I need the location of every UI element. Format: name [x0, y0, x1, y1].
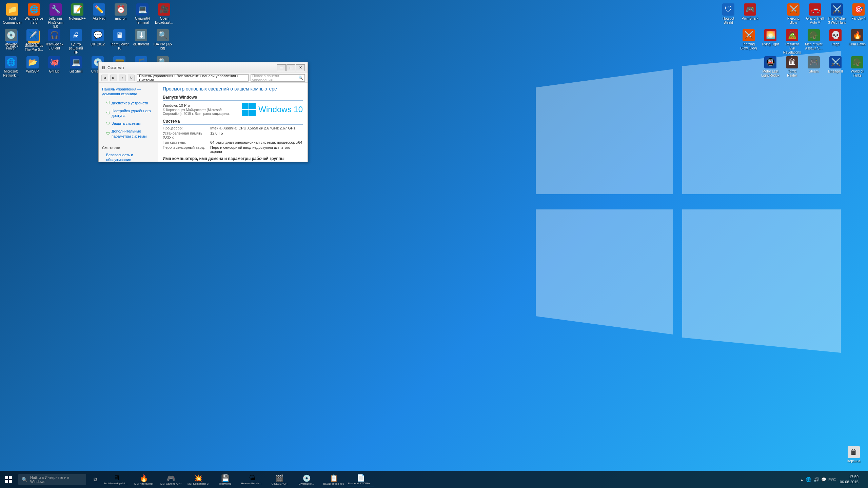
sidebar-security[interactable]: Безопасность и обслуживание	[99, 151, 158, 162]
taskbar-app-techpowerup[interactable]: 🖥 TechPowerUp GPU-Z	[103, 472, 130, 487]
icon-steam[interactable]: 🎮 Steam	[803, 54, 825, 79]
tray-message-icon[interactable]: 💬	[821, 477, 826, 482]
taskbar-app-crystaldisk[interactable]: 💿 CrystalDisk...	[293, 472, 320, 487]
icon-lineage2[interactable]: ⚔️ Lineage II	[825, 54, 846, 79]
icon-tomb-raider[interactable]: 🏛 Tomb Raider	[781, 54, 803, 79]
jetbrains-icon: 🔧	[50, 3, 62, 16]
icon-qip[interactable]: 💬 QIP 2012	[87, 27, 108, 56]
tray-expand-icon[interactable]: ▲	[800, 478, 804, 482]
steam-label: Steam	[809, 69, 819, 74]
task-view-button[interactable]: ⧉	[87, 472, 103, 487]
icon-github[interactable]: 🐙 GitHub	[43, 54, 65, 79]
breadcrumb[interactable]: Панель управления › Все элементы панели …	[137, 74, 249, 82]
piercing-blow-dev-label: Piercing Blow (Dev)	[739, 42, 758, 50]
show-desktop-button[interactable]	[863, 471, 865, 488]
icon-farcry4[interactable]: 🎯 Far Cry 4	[848, 1, 868, 28]
search-bar[interactable]: Поиск в панели управления 🔍	[251, 74, 305, 82]
icon-gta[interactable]: 🚗 Grand Theft Auto V	[804, 1, 826, 28]
window-sidebar: Панель управления — домашняя страница 🛡 …	[99, 83, 158, 162]
taskbar-app-msi-kombustor[interactable]: 💥 MSI Kombustor 3	[184, 472, 212, 487]
icon-cygwin[interactable]: 💻 Cygwin64 Terminal	[132, 1, 153, 28]
taskbar-search-placeholder: Найти в Интернете и в Windows	[30, 475, 83, 484]
hp-center-icon: 🖨	[70, 29, 82, 41]
windows-version-area: Windows 10 Pro © Корпорация Майкрософт (…	[163, 103, 303, 116]
icon-telegram[interactable]: ✈️ Telegram	[22, 27, 43, 56]
clock[interactable]: 17:59 06.08.2015	[837, 474, 861, 485]
taskbar-app-msi-afterburner[interactable]: 🔥 MSI Afterburner	[130, 472, 157, 487]
resident-evil-icon: 🧟	[786, 29, 798, 41]
lineage2-icon: ⚔️	[829, 56, 842, 68]
up-button[interactable]: ↑	[119, 75, 126, 81]
icon-piercing-blow[interactable]: ⚔️ Piercing Blow	[783, 1, 804, 28]
icon-notepadpp[interactable]: 📝 Notepad++	[66, 1, 88, 28]
sidebar-remote-access[interactable]: 🛡 Настройка удалённого доступа	[99, 107, 158, 120]
sidebar-system-protection[interactable]: 🛡 Защита системы	[99, 120, 158, 128]
window-app-icon: 🖥	[101, 65, 105, 70]
icon-teamviewer[interactable]: 🖥 TeamViewer 10	[108, 27, 130, 56]
hp-center-label: Центр решений HP	[66, 42, 85, 55]
forward-button[interactable]: ▶	[110, 75, 117, 81]
icon-wampserver[interactable]: 🌐 WampServer 2.5	[23, 1, 45, 28]
qbittorrent-icon: ⬇️	[135, 29, 147, 41]
icon-gitshell[interactable]: 💻 Git Shell	[65, 54, 87, 79]
icon-jetbrains[interactable]: 🔧 JetBrains PhpStorm 9.0	[45, 1, 66, 28]
icon-msnetwork[interactable]: 🌐 Microsoft Network...	[0, 54, 22, 79]
taskbar-app-bsod[interactable]: 📋 BSOD codes x58	[320, 472, 347, 487]
icon-recycle-bin[interactable]: 🗑 Корзина	[843, 444, 865, 468]
taskbar-app-heaven[interactable]: 🌤 Heaven Benchm...	[239, 472, 266, 487]
refresh-button[interactable]: ↻	[128, 75, 135, 81]
close-button[interactable]: ✕	[296, 64, 305, 71]
icon-world-of-tanks[interactable]: 🪖 World of Tanks	[846, 54, 868, 79]
sidebar-home-link[interactable]: Панель управления — домашняя страница	[99, 85, 158, 99]
processor-label: Процессор:	[163, 126, 210, 130]
heaven-taskbar-icon: 🌤	[249, 474, 256, 482]
shield-icon-4: 🛡	[106, 131, 110, 137]
taskbar-search[interactable]: 🔍 Найти в Интернете и в Windows	[18, 474, 86, 485]
qip-label: QIP 2012	[91, 42, 105, 46]
icon-idapro32[interactable]: 🔍 IDA Pro (32-bit)	[152, 27, 174, 56]
maximize-button[interactable]: □	[287, 64, 295, 71]
icon-total-commander[interactable]: 📁 Total Commander	[1, 1, 23, 28]
grim-dawn-label: Grim Dawn	[849, 42, 866, 46]
minimize-button[interactable]: ─	[277, 64, 286, 71]
taskbar: 🔍 Найти в Интернете и в Windows ⧉ 🖥 Tech…	[0, 471, 868, 488]
tray-volume-icon[interactable]: 🔊	[813, 477, 819, 482]
witcher-label: The Witcher 3 Wild Hunt	[827, 17, 846, 25]
svg-rect-6	[5, 480, 8, 483]
content-main-title: Просмотр основных сведений о вашем компь…	[163, 86, 303, 92]
grim-dawn-icon: 🔥	[851, 29, 863, 41]
back-button[interactable]: ◀	[101, 75, 108, 81]
window-title-area: 🖥 Система	[101, 65, 124, 70]
taskbar-app-cinebench[interactable]: 🎬 CINEBENCH	[266, 472, 293, 487]
sidebar-advanced-params[interactable]: 🛡 Дополнительные параметры системы	[99, 127, 158, 140]
window-nav: ◀ ▶ ↑ ↻ Панель управления › Все элементы…	[99, 73, 308, 83]
tray-language-ru[interactable]: РУС	[828, 477, 836, 482]
piercing-blow-icon: ⚔️	[787, 3, 800, 16]
obs-label: Open Broadcast...	[155, 17, 174, 25]
icon-hp-center[interactable]: 🖨 Центр решений HP	[65, 27, 87, 56]
tray-network-icon[interactable]: 🌐	[806, 477, 811, 482]
icon-qbittorrent[interactable]: ⬇️ qBittorrent	[130, 27, 152, 56]
start-button[interactable]	[0, 471, 17, 488]
icon-piercing-blow-dev[interactable]: ⚔️ Piercing Blow (Dev)	[738, 27, 760, 60]
icon-hotspot[interactable]: 🛡 Hotspot Shield	[717, 1, 739, 28]
akelpad-label: AkelPad	[93, 17, 105, 21]
icon-obs[interactable]: 🎥 Open Broadcast...	[153, 1, 175, 28]
icon-witcher[interactable]: ⚔️ The Witcher 3 Wild Hunt	[826, 1, 848, 28]
icon-akelpad[interactable]: ✏️ AkelPad	[88, 1, 110, 28]
taskbar-app-testmem5[interactable]: 💾 TestMem5	[212, 472, 239, 487]
taskbar-app-frontend[interactable]: 📄 Frontend STIGMATED	[347, 472, 374, 487]
sidebar-device-manager[interactable]: 🛡 Диспетчер устройств	[99, 99, 158, 107]
icon-vmware[interactable]: 💿 VMware Player	[0, 27, 22, 56]
icon-pointshark[interactable]: 🎮 PointShark	[739, 1, 761, 28]
window-body: Панель управления — домашняя страница 🛡 …	[99, 83, 308, 162]
gitshell-icon: 💻	[70, 56, 82, 68]
qbittorrent-label: qBittorrent	[133, 42, 149, 46]
icon-winscp[interactable]: 📂 WinSCP	[22, 54, 43, 79]
icon-mncron[interactable]: ⏰ mncron	[110, 1, 132, 28]
icon-metro-last-light[interactable]: 🚇 Metro Last Light Redux	[760, 54, 781, 79]
telegram-label: Telegram	[25, 42, 39, 46]
taskbar-app-msi-gaming[interactable]: 🎮 MSI Gaming APP	[157, 472, 184, 487]
icon-teamspeak[interactable]: 🎧 TeamSpeak 3 Client	[43, 27, 65, 56]
processor-row: Процессор: Intel(R) Xeon(R) CPU X5650 @ …	[163, 126, 303, 130]
